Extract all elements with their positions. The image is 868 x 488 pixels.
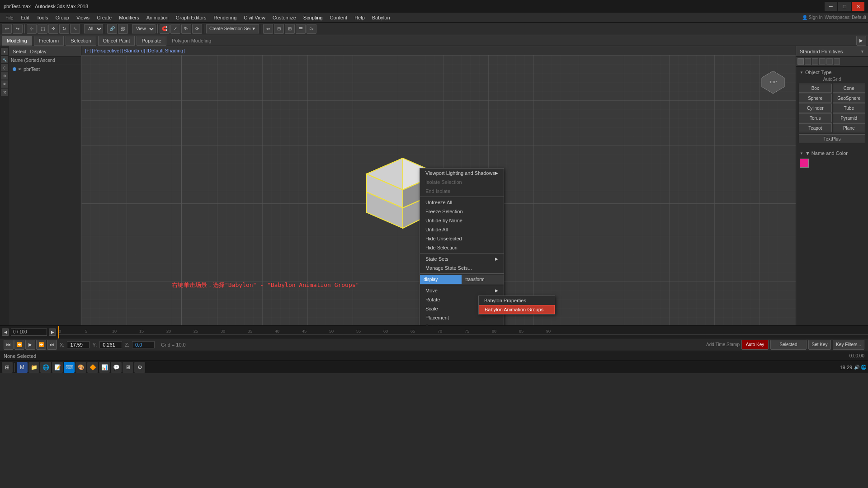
tab-freeform[interactable]: Freeform (34, 36, 64, 46)
grid-button[interactable]: ⊞ (285, 24, 295, 34)
timeline-next-button[interactable]: ▶ (49, 328, 56, 336)
ctx-unfreeze-all[interactable]: Unfreeze All (420, 198, 504, 207)
tube-button[interactable]: Tube (833, 103, 866, 113)
taskbar-app3[interactable]: 📊 (99, 362, 110, 373)
ctx-freeze-selection[interactable]: Freeze Selection (420, 207, 504, 216)
babylon-properties-item[interactable]: Babylon Properties (479, 296, 555, 305)
populate-btn[interactable]: ▶ (856, 36, 866, 46)
align-button[interactable]: ⊟ (274, 24, 284, 34)
layer-select[interactable]: All (84, 24, 103, 33)
display-label[interactable]: Display (30, 49, 47, 54)
select-label[interactable]: Select (13, 49, 27, 54)
tab-selection[interactable]: Selection (66, 36, 96, 46)
menu-edit[interactable]: Edit (17, 13, 33, 23)
menu-animation[interactable]: Animation (143, 13, 172, 23)
taskbar-chrome[interactable]: 🌐 (40, 362, 51, 373)
ctx-placement[interactable]: Placement (420, 313, 504, 322)
go-start-button[interactable]: ⏮ (4, 340, 14, 350)
ctx-unhide-all[interactable]: Unhide All (420, 225, 504, 234)
menu-group[interactable]: Group (52, 13, 73, 23)
menu-content[interactable]: Content (326, 13, 351, 23)
auto-key-button[interactable]: Auto Key (741, 340, 769, 350)
menu-graph-editors[interactable]: Graph Editors (172, 13, 210, 23)
create-selection-button[interactable]: Create Selection Sei ▼ (206, 24, 259, 33)
taskbar-app1[interactable]: 🎨 (75, 362, 86, 373)
timeline-track[interactable]: 0 5 10 15 20 25 30 35 40 45 50 55 60 65 … (58, 326, 868, 338)
tab-object-paint[interactable]: Object Paint (98, 36, 135, 46)
menu-views[interactable]: Views (73, 13, 93, 23)
babylon-animation-groups-item[interactable]: Babylon Animation Groups (479, 305, 555, 314)
ctx-hide-selection[interactable]: Hide Selection (420, 243, 504, 252)
taskbar-app6[interactable]: ⚙ (134, 362, 145, 373)
display-icon[interactable]: 👁 (1, 80, 8, 88)
teapot-button[interactable]: Teapot (799, 123, 832, 132)
color-swatch[interactable] (800, 159, 809, 168)
ctx-unhide-by-name[interactable]: Unhide by Name (420, 216, 504, 225)
tab-populate[interactable]: Populate (137, 36, 166, 46)
cylinder-button[interactable]: Cylinder (799, 103, 832, 113)
sphere-button[interactable]: Sphere (799, 94, 832, 103)
motion-tab-icon[interactable] (819, 58, 826, 65)
menu-customize[interactable]: Customize (269, 13, 300, 23)
select-button[interactable]: ⊹ (27, 24, 37, 34)
play-button[interactable]: ▶ (25, 340, 35, 350)
ctx-hide-unselected[interactable]: Hide Unselected (420, 234, 504, 243)
snap-button[interactable]: 🧲 (160, 24, 170, 34)
unlink-button[interactable]: ⛓ (118, 24, 128, 34)
link-button[interactable]: 🔗 (107, 24, 117, 34)
utilities-tab-icon[interactable] (834, 58, 840, 65)
menu-help[interactable]: Help (351, 13, 368, 23)
navigation-cube[interactable]: TOP (760, 69, 787, 96)
taskbar-explorer[interactable]: 📁 (28, 362, 39, 373)
prev-frame-button[interactable]: ⏪ (14, 340, 24, 350)
textplus-button[interactable]: TextPlus (799, 134, 865, 143)
move-button[interactable]: ✛ (48, 24, 58, 34)
percent-snap-button[interactable]: % (181, 24, 191, 34)
motion-icon[interactable]: ⚙ (1, 72, 8, 80)
menu-scripting[interactable]: Scripting (300, 13, 326, 23)
menu-file[interactable]: File (2, 13, 17, 23)
layer-mgr-button[interactable]: ☰ (296, 24, 306, 34)
cone-button[interactable]: Cone (833, 84, 866, 93)
modify-tab-icon[interactable] (805, 58, 811, 65)
taskbar-app4[interactable]: 💬 (111, 362, 122, 373)
pyramid-button[interactable]: Pyramid (833, 113, 866, 122)
box-button[interactable]: Box (799, 84, 832, 93)
ctx-move[interactable]: Move▶ (420, 286, 504, 295)
scene-explorer-button[interactable]: 🗂 (307, 24, 316, 34)
close-button[interactable]: ✕ (852, 2, 864, 11)
viewport[interactable]: [+] [Perspective] [Standard] [Default Sh… (81, 46, 796, 325)
menu-create[interactable]: Create (93, 13, 115, 23)
taskbar-app5[interactable]: 🖥 (123, 362, 133, 373)
timeline-prev-button[interactable]: ◀ (2, 328, 9, 336)
minimize-button[interactable]: ─ (825, 2, 837, 11)
key-filters-button[interactable]: Key Filters... (833, 340, 864, 350)
taskbar-vscode[interactable]: ⌨ (64, 362, 75, 373)
ctx-state-sets[interactable]: State Sets▶ (420, 254, 504, 263)
menu-modifiers[interactable]: Modifiers (115, 13, 143, 23)
angle-snap-button[interactable]: ∠ (170, 24, 180, 34)
geosphere-button[interactable]: GeoSphere (833, 94, 866, 103)
taskbar-notepad[interactable]: 📝 (52, 362, 63, 373)
hierarchy-icon[interactable]: ⬡ (1, 64, 8, 71)
go-end-button[interactable]: ⏭ (47, 340, 57, 350)
plane-button[interactable]: Plane (833, 123, 866, 132)
create-icon[interactable]: ● (1, 48, 8, 55)
ctx-viewport-lighting[interactable]: Viewport Lighting and Shadows▶ (420, 169, 504, 178)
mirror-button[interactable]: ⇔ (263, 24, 273, 34)
taskbar-3dsmax[interactable]: M (17, 362, 28, 373)
maximize-button[interactable]: □ (838, 2, 851, 11)
view-select[interactable]: View (132, 24, 156, 33)
scene-item-pbrtest[interactable]: 👁 pbrTest (9, 64, 81, 74)
utilities-icon[interactable]: ⚒ (1, 89, 8, 96)
ctx-select[interactable]: Select (420, 322, 504, 325)
ctx-display-label[interactable]: display (420, 275, 462, 284)
menu-civil-view[interactable]: Civil View (240, 13, 269, 23)
ctx-transform-label[interactable]: transform (462, 275, 503, 284)
torus-button[interactable]: Torus (799, 113, 832, 122)
hierarchy-tab-icon[interactable] (812, 58, 818, 65)
taskbar-app2[interactable]: 🔶 (87, 362, 98, 373)
set-key-button[interactable]: Set Key (808, 340, 831, 350)
select-region-button[interactable]: ⬚ (38, 24, 47, 34)
menu-rendering[interactable]: Rendering (210, 13, 241, 23)
